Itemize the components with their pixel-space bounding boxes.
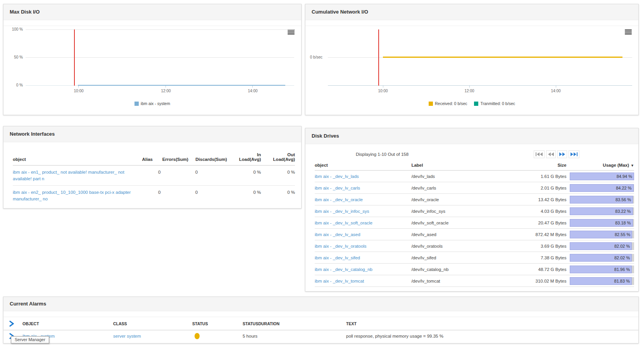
panel-divider — [305, 26, 638, 26]
column-header-out-load[interactable]: Out Load(Avg) — [261, 152, 295, 162]
disk-size: 7.38 G Bytes — [504, 255, 567, 260]
disk-object-link[interactable]: ibm aix - _dev_lv_oracle — [315, 197, 363, 202]
disk-object-link[interactable]: ibm aix - _dev_lv_sifed — [315, 255, 360, 260]
table-row: ibm aix - _dev_lv_infoc_sys /dev/lv_info… — [315, 205, 634, 217]
usage-value: 81.96 % — [614, 267, 630, 272]
table-row: ibm aix - _dev_lv_oratools /dev/lv_orato… — [315, 240, 634, 252]
panel-title-network-interfaces: Network Interfaces — [3, 126, 301, 142]
pager-last-button[interactable] — [569, 150, 579, 158]
usage-value: 82.02 % — [614, 255, 630, 260]
column-header-alias[interactable]: Alias — [136, 157, 153, 162]
axis-tick — [383, 86, 383, 88]
usage-bar-fill: 83.56 % — [570, 196, 633, 204]
table-row: ibm aix - _dev_lv_carls /dev/lv_carls 2.… — [315, 182, 634, 194]
disk-object-link[interactable]: ibm aix - _dev_lv_catalog_nb — [315, 267, 372, 272]
alarm-duration: 5 hours — [243, 334, 346, 338]
column-header-discards[interactable]: Discards(Sum) — [188, 157, 227, 162]
disk-object-link[interactable]: ibm aix - _dev_lv_infoc_sys — [315, 209, 369, 214]
usage-value: 83.22 % — [615, 209, 631, 214]
column-header-object[interactable]: OBJECT — [22, 321, 113, 326]
pager-previous-button[interactable] — [546, 150, 556, 158]
series-line-ibm-aix-system — [78, 85, 285, 86]
usage-value: 83.56 % — [615, 197, 631, 202]
disk-object-link[interactable]: ibm aix - _dev_lv_carls — [315, 186, 360, 190]
table-row: ibm aix - _dev_lv_catalog_nb /dev/lv_cat… — [315, 264, 634, 275]
disk-object-link[interactable]: ibm aix - _dev_lv_lads — [315, 174, 359, 179]
panel-title-network-io: Cumulative Network I/O — [305, 4, 638, 20]
table-row: ibm aix - en1_ product_ not available! m… — [13, 166, 295, 186]
table-row: ibm aix - system server system 5 hours p… — [3, 330, 638, 342]
column-header-statusduration[interactable]: STATUSDURATION — [243, 321, 346, 326]
drilldown-chevron-icon[interactable] — [3, 321, 22, 327]
pager-first-button[interactable] — [534, 150, 545, 158]
table-row: ibm aix - _dev_lv_ased /dev/lv_ased 872.… — [315, 229, 634, 240]
x-axis-label: 12:00 — [460, 89, 478, 93]
legend-label: Received: 0 b/sec — [435, 101, 467, 106]
table-row: ibm aix - _dev_lv_tomcat /dev/lv_tomcat … — [315, 275, 634, 287]
chart-legend: ibm aix - system — [3, 101, 301, 106]
sort-descending-icon[interactable]: ▼ — [631, 164, 634, 167]
column-header-status[interactable]: STATUS — [192, 321, 243, 326]
disk-object-link[interactable]: ibm aix - _dev_lv_ased — [315, 232, 360, 237]
disk-size: 2.01 G Bytes — [504, 186, 567, 190]
legend-label: ibm aix - system — [141, 101, 170, 106]
column-header-object[interactable]: object — [13, 157, 136, 162]
usage-bar: 82.55 % — [570, 231, 634, 238]
panel-cumulative-network-io: Cumulative Network I/O 0 b/sec 10:00 12:… — [305, 4, 639, 115]
disk-size: 20.47 G Bytes — [504, 221, 567, 225]
disk-label: /dev/lv_soft_oracle — [411, 221, 504, 225]
network-io-chart: 0 b/sec 10:00 12:00 14:00 Received: 0 b/… — [305, 20, 638, 115]
interface-object-link[interactable]: ibm aix - en1_ product_ not available! m… — [13, 170, 124, 181]
column-header-errors[interactable]: Errors(Sum) — [153, 157, 188, 162]
column-header-usage-max[interactable]: Usage (Max)▼ — [566, 163, 634, 167]
usage-bar-fill: 82.02 % — [570, 254, 632, 262]
out-load-value: 0 % — [261, 189, 295, 196]
column-header-size[interactable]: Size — [504, 163, 567, 167]
axis-tick — [469, 86, 470, 88]
chart-menu-icon[interactable] — [625, 29, 632, 35]
table-header-row: OBJECT CLASS STATUS STATUSDURATION TEXT — [3, 317, 638, 330]
disk-size: 3.69 G Bytes — [504, 244, 567, 248]
usage-bar: 82.02 % — [570, 254, 634, 262]
usage-value: 82.55 % — [615, 232, 630, 237]
usage-value: 83.18 % — [615, 221, 631, 225]
disk-size: 13.42 G Bytes — [504, 197, 567, 202]
column-header-text[interactable]: TEXT — [346, 321, 638, 326]
errors-value: 0 — [153, 189, 188, 196]
chart-menu-icon[interactable] — [288, 29, 295, 35]
usage-bar: 84.22 % — [570, 184, 634, 192]
alarm-class-link[interactable]: server system — [113, 334, 141, 338]
y-axis-label: 50 % — [6, 55, 23, 59]
disk-label: /dev/lv_lads — [411, 174, 504, 179]
legend-swatch-icon — [474, 102, 478, 106]
paging-status-text: Displaying 1-10 Out of 158 — [356, 152, 409, 157]
table-row: ibm aix - en2_ product_ 10_100_1000 base… — [13, 186, 295, 205]
table-header-row: object Alias Errors(Sum) Discards(Sum) I… — [13, 152, 295, 166]
out-load-value: 0 % — [261, 169, 295, 176]
disk-object-link[interactable]: ibm aix - _dev_lv_soft_oracle — [315, 221, 372, 225]
usage-bar: 83.56 % — [570, 196, 634, 204]
axis-tick — [252, 86, 253, 88]
panel-title-current-alarms: Current Alarms — [3, 297, 638, 311]
usage-bar: 81.83 % — [570, 277, 634, 285]
interface-object-link[interactable]: ibm aix - en2_ product_ 10_100_1000 base… — [13, 190, 131, 201]
disk-object-link[interactable]: ibm aix - _dev_lv_tomcat — [315, 279, 364, 283]
legend-item: Tranmitted: 0 b/sec — [474, 101, 515, 106]
pager-next-button[interactable] — [557, 150, 567, 158]
dashboard-page: Max Disk I/O 100 % 50 % 0 % 10:00 12:00 … — [0, 0, 643, 364]
usage-bar: 82.02 % — [570, 242, 634, 250]
column-header-class[interactable]: CLASS — [113, 321, 192, 326]
legend-label: Tranmitted: 0 b/sec — [480, 101, 515, 106]
pager: Displaying 1-10 Out of 158 — [315, 150, 634, 160]
disk-object-link[interactable]: ibm aix - _dev_lv_oratools — [315, 244, 367, 248]
usage-bar-fill: 81.96 % — [570, 266, 632, 273]
column-header-object[interactable]: object — [315, 163, 411, 167]
usage-bar-fill: 83.22 % — [570, 207, 633, 215]
alarm-status-warning-icon[interactable] — [195, 333, 200, 339]
column-header-label[interactable]: Label — [411, 163, 504, 167]
panel-divider — [3, 26, 301, 26]
column-header-in-load[interactable]: In Load(Avg) — [227, 152, 261, 162]
chart-legend: Received: 0 b/sec Tranmitted: 0 b/sec — [305, 101, 638, 106]
table-header-row: object Label Size Usage (Max)▼ — [315, 163, 634, 171]
disk-label: /dev/lv_carls — [411, 186, 504, 190]
